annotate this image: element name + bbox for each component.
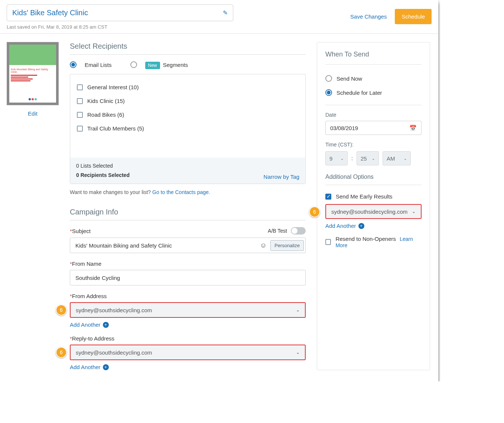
helper-prefix: Want to make changes to your list?	[70, 189, 152, 195]
from-address-label: From Address	[72, 293, 107, 299]
chevron-down-icon: ⌄	[412, 209, 416, 214]
emoji-icon[interactable]: ☺	[258, 242, 269, 249]
chevron-down-icon: ⌄	[341, 156, 344, 161]
subject-input[interactable]: Kids' Mountain Biking and Safety Clinic …	[70, 238, 306, 253]
email-lists-box: General Interest (10) Kids Clinic (15) R…	[70, 74, 306, 184]
segments-label: Segments	[163, 62, 188, 68]
lists-selected-count: 0 Lists Selected	[76, 161, 130, 171]
chevron-down-icon: ⌄	[404, 156, 407, 161]
ampm-select[interactable]: AM⌄	[383, 151, 411, 165]
add-another-reply-to[interactable]: Add Another+	[70, 364, 306, 370]
calendar-icon[interactable]: 📅	[409, 125, 417, 132]
schedule-button[interactable]: Schedule	[395, 9, 432, 24]
add-another-early-email[interactable]: Add Another+	[325, 223, 422, 229]
schedule-later-radio[interactable]	[325, 89, 332, 96]
checkbox-icon[interactable]	[77, 84, 83, 90]
send-now-label: Send Now	[336, 75, 362, 82]
additional-options-heading: Additional Options	[325, 174, 422, 180]
from-name-label: From Name	[72, 261, 101, 267]
segments-radio[interactable]	[130, 61, 137, 68]
chevron-down-icon: ⌄	[296, 350, 300, 355]
send-now-radio[interactable]	[325, 75, 332, 82]
last-saved-text: Last saved on Fri, Mar 8, 2019 at 8:25 a…	[7, 24, 233, 30]
ab-test-label: A/B Test	[268, 228, 287, 234]
checkbox-icon[interactable]	[77, 112, 83, 118]
chevron-down-icon: ⌄	[296, 307, 300, 313]
ab-test-toggle[interactable]	[291, 227, 306, 235]
list-item[interactable]: General Interest (10)	[77, 80, 299, 94]
campaign-title-text: Kids' Bike Safety Clinic	[12, 9, 88, 17]
email-lists-radio[interactable]	[70, 61, 77, 68]
schedule-later-label: Schedule for Later	[336, 90, 382, 96]
list-item[interactable]: Trail Club Members (5)	[77, 122, 299, 135]
send-early-results-checkbox[interactable]	[325, 194, 331, 200]
select-recipients-heading: Select Recipients	[70, 42, 306, 51]
minute-select[interactable]: 25⌄	[357, 151, 379, 165]
step-badge-6: 6	[56, 304, 67, 316]
edit-title-icon[interactable]: ✎	[223, 9, 228, 16]
from-name-input[interactable]: Southside Cycling	[70, 270, 306, 285]
contacts-page-link[interactable]: Go to the Contacts page.	[152, 189, 210, 195]
chevron-down-icon: ⌄	[372, 156, 375, 161]
recipients-selected-count: 0 Recipients Selected	[76, 171, 130, 180]
date-input[interactable]: 03/08/2019 📅	[325, 121, 422, 135]
hour-select[interactable]: 9⌄	[325, 151, 348, 165]
email-lists-label: Email Lists	[85, 62, 112, 68]
new-pill: New	[145, 62, 160, 69]
date-label: Date	[325, 112, 422, 118]
checkbox-icon[interactable]	[77, 98, 83, 104]
plus-circle-icon: +	[103, 322, 109, 328]
campaign-info-heading: Campaign Info	[70, 208, 306, 216]
plus-circle-icon: +	[358, 223, 364, 229]
personalize-button[interactable]: Personalize	[270, 240, 304, 251]
list-item[interactable]: Kids Clinic (15)	[77, 94, 299, 108]
early-results-email-select[interactable]: sydney@southsidecycling.com ⌄	[325, 204, 422, 219]
send-early-results-label: Send Me Early Results	[336, 193, 393, 200]
subject-label: Subject	[72, 228, 91, 234]
list-item[interactable]: Road Bikes (6)	[77, 108, 299, 122]
plus-circle-icon: +	[103, 364, 109, 370]
email-preview-thumbnail[interactable]: Kids Mountain Biking and Safety Clinic	[7, 42, 59, 105]
time-label: Time (CST):	[325, 142, 422, 148]
when-to-send-heading: When To Send	[325, 51, 422, 58]
reply-to-label: Reply-to Address	[72, 335, 114, 342]
edit-preview-link[interactable]: Edit	[28, 110, 38, 117]
campaign-title-input[interactable]: Kids' Bike Safety Clinic ✎	[7, 4, 233, 21]
reply-to-select[interactable]: sydney@southsidecycling.com ⌄	[70, 345, 306, 360]
step-badge-6: 6	[309, 206, 320, 217]
narrow-by-tag-link[interactable]: Narrow by Tag	[264, 174, 299, 180]
add-another-from-address[interactable]: Add Another+	[70, 322, 306, 328]
checkbox-icon[interactable]	[77, 126, 83, 132]
step-badge-6: 6	[56, 347, 67, 358]
resend-non-openers-checkbox[interactable]	[325, 239, 331, 245]
save-changes-link[interactable]: Save Changes	[350, 13, 387, 20]
from-address-select[interactable]: sydney@southsidecycling.com ⌄	[70, 302, 306, 318]
resend-non-openers-label: Resend to Non-Openers	[335, 236, 396, 242]
